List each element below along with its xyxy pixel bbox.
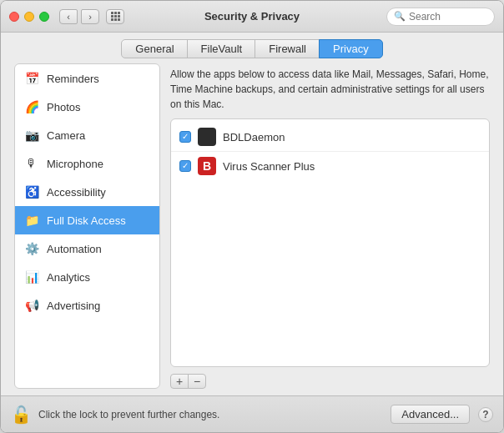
sidebar-item-accessibility[interactable]: ♿ Accessibility bbox=[15, 178, 159, 206]
sidebar-item-reminders[interactable]: 📅 Reminders bbox=[15, 64, 159, 93]
close-button[interactable] bbox=[9, 12, 19, 22]
camera-icon: 📷 bbox=[23, 127, 40, 143]
window-title: Security & Privacy bbox=[204, 10, 300, 23]
automation-icon: ⚙️ bbox=[23, 240, 40, 257]
maximize-button[interactable] bbox=[39, 12, 49, 22]
app-name: BDLDaemon bbox=[223, 131, 285, 143]
grid-icon bbox=[111, 12, 120, 21]
search-icon: 🔍 bbox=[394, 11, 406, 22]
back-button[interactable]: ‹ bbox=[59, 9, 78, 24]
remove-app-button[interactable]: − bbox=[188, 374, 206, 389]
lock-area[interactable]: 🔓 Click the lock to prevent further chan… bbox=[11, 405, 219, 425]
microphone-icon: 🎙 bbox=[23, 155, 40, 172]
analytics-icon: 📊 bbox=[23, 269, 40, 285]
sidebar-item-analytics[interactable]: 📊 Analytics bbox=[15, 263, 159, 291]
nav-buttons: ‹ › bbox=[59, 9, 99, 24]
title-bar: ‹ › Security & Privacy 🔍 bbox=[1, 1, 503, 33]
sidebar-label: Microphone bbox=[47, 158, 103, 170]
sidebar-label: Full Disk Access bbox=[47, 214, 126, 227]
app-name: Virus Scanner Plus bbox=[223, 160, 315, 173]
help-button[interactable]: ? bbox=[478, 407, 493, 422]
right-panel: Allow the apps below to access data like… bbox=[170, 63, 490, 389]
tabs-bar: General FileVault Firewall Privacy bbox=[1, 33, 503, 63]
table-row: B Virus Scanner Plus bbox=[171, 152, 489, 180]
tab-filevault[interactable]: FileVault bbox=[187, 39, 257, 58]
add-app-button[interactable]: + bbox=[170, 374, 189, 389]
list-controls: + − bbox=[170, 374, 490, 389]
search-input[interactable] bbox=[409, 11, 487, 23]
lock-icon: 🔓 bbox=[11, 405, 32, 425]
lock-text: Click the lock to prevent further change… bbox=[38, 409, 219, 420]
search-bar[interactable]: 🔍 bbox=[386, 8, 495, 26]
sidebar-label: Automation bbox=[47, 243, 102, 255]
minimize-button[interactable] bbox=[24, 12, 34, 22]
bottom-bar: 🔓 Click the lock to prevent further chan… bbox=[1, 395, 503, 432]
sidebar-item-microphone[interactable]: 🎙 Microphone bbox=[15, 149, 159, 178]
table-row: BDLDaemon bbox=[171, 123, 489, 152]
sidebar-item-automation[interactable]: ⚙️ Automation bbox=[15, 234, 159, 263]
grid-button[interactable] bbox=[106, 9, 124, 24]
checkbox-area bbox=[179, 160, 191, 172]
reminders-icon: 📅 bbox=[23, 70, 40, 87]
sidebar-item-photos[interactable]: 🌈 Photos bbox=[15, 93, 159, 121]
advertising-icon: 📢 bbox=[23, 297, 40, 314]
tab-firewall[interactable]: Firewall bbox=[255, 39, 320, 58]
sidebar-label: Photos bbox=[47, 101, 80, 113]
sidebar-label: Accessibility bbox=[47, 186, 106, 199]
forward-button[interactable]: › bbox=[81, 9, 99, 24]
sidebar-label: Reminders bbox=[47, 73, 99, 85]
content-area: 📅 Reminders 🌈 Photos 📷 Camera 🎙 Micropho… bbox=[1, 63, 503, 395]
window: ‹ › Security & Privacy 🔍 General FileVau… bbox=[0, 0, 504, 433]
bdldaemon-icon bbox=[198, 128, 216, 146]
sidebar-item-advertising[interactable]: 📢 Advertising bbox=[15, 291, 159, 320]
advanced-button[interactable]: Advanced... bbox=[391, 405, 470, 424]
sidebar: 📅 Reminders 🌈 Photos 📷 Camera 🎙 Micropho… bbox=[14, 63, 160, 389]
sidebar-label: Camera bbox=[47, 129, 85, 142]
sidebar-item-full-disk-access[interactable]: 📁 Full Disk Access bbox=[15, 206, 159, 234]
sidebar-label: Analytics bbox=[47, 271, 90, 284]
description-text: Allow the apps below to access data like… bbox=[170, 63, 490, 112]
app-list: BDLDaemon B Virus Scanner Plus bbox=[170, 118, 490, 367]
accessibility-icon: ♿ bbox=[23, 184, 40, 200]
tab-privacy[interactable]: Privacy bbox=[319, 39, 383, 58]
bdldaemon-checkbox[interactable] bbox=[179, 131, 191, 143]
virus-scanner-checkbox[interactable] bbox=[179, 160, 191, 172]
photos-icon: 🌈 bbox=[23, 98, 40, 115]
full-disk-access-icon: 📁 bbox=[23, 212, 40, 229]
virus-scanner-icon: B bbox=[198, 157, 216, 175]
tab-general[interactable]: General bbox=[121, 39, 188, 58]
sidebar-label: Advertising bbox=[47, 300, 100, 312]
sidebar-item-camera[interactable]: 📷 Camera bbox=[15, 121, 159, 149]
checkbox-area bbox=[179, 131, 191, 143]
traffic-lights bbox=[9, 12, 49, 22]
